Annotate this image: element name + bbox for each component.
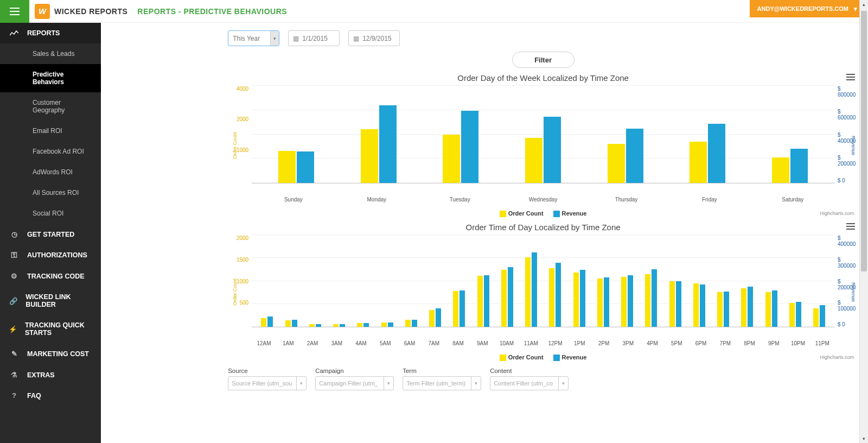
revenue-bar[interactable] [379, 105, 397, 183]
sidebar-item-all-sources-roi[interactable]: All Sources ROI [0, 182, 101, 203]
revenue-bar[interactable] [412, 320, 417, 327]
order-count-bar[interactable] [361, 129, 378, 183]
order-count-bar[interactable] [381, 322, 387, 327]
sidebar-item-email-roi[interactable]: Email ROI [0, 121, 101, 141]
order-count-bar[interactable] [357, 323, 362, 327]
revenue-bar[interactable] [708, 124, 725, 183]
order-count-bar[interactable] [278, 151, 296, 183]
revenue-bar[interactable] [297, 151, 314, 183]
start-date-input[interactable]: ▦ 1/1/2015 [288, 30, 340, 46]
highcharts-credit[interactable]: Highcharts.com [820, 355, 854, 360]
revenue-bar[interactable] [340, 324, 345, 327]
order-count-bar[interactable] [443, 135, 460, 183]
order-count-bar[interactable] [573, 273, 579, 327]
order-count-bar[interactable] [608, 144, 625, 183]
order-count-bar[interactable] [765, 292, 771, 327]
revenue-bar[interactable] [461, 111, 478, 183]
sidebar-item-predictive-behaviors[interactable]: Predictive Behaviors [0, 64, 101, 92]
order-count-bar[interactable] [501, 270, 507, 327]
revenue-bar[interactable] [700, 284, 705, 327]
sidebar-item-sales-leads[interactable]: Sales & Leads [0, 43, 101, 64]
order-count-bar[interactable] [525, 257, 531, 327]
sidebar-item-tracking-code[interactable]: ⚙TRACKING CODE [0, 265, 101, 287]
revenue-bar[interactable] [459, 290, 465, 327]
order-count-bar[interactable] [333, 324, 339, 327]
legend-item-revenue[interactable]: Revenue [553, 354, 587, 361]
order-count-bar[interactable] [309, 324, 315, 327]
order-count-bar[interactable] [772, 157, 789, 183]
order-count-bar[interactable] [549, 268, 554, 327]
order-count-bar[interactable] [717, 292, 723, 327]
scroll-up-icon[interactable]: ▴ [860, 0, 868, 9]
revenue-bar[interactable] [604, 277, 609, 327]
user-menu[interactable]: ANDY@WICKEDREPORTS.COM ▾ [750, 0, 865, 17]
revenue-bar[interactable] [388, 322, 393, 327]
revenue-bar[interactable] [820, 305, 825, 327]
revenue-bar[interactable] [484, 275, 489, 327]
sidebar-item-get-started[interactable]: ◷GET STARTED [0, 224, 101, 245]
sidebar-item-reports[interactable]: REPORTS [0, 23, 101, 43]
sidebar-item-faq[interactable]: ?FAQ [0, 385, 101, 406]
content-filter-input[interactable]: Content Filter (utm_co▾ [490, 376, 569, 390]
order-count-bar[interactable] [645, 274, 650, 327]
order-count-bar[interactable] [405, 320, 411, 327]
revenue-bar[interactable] [652, 269, 657, 327]
revenue-bar[interactable] [580, 270, 585, 327]
revenue-bar[interactable] [267, 317, 273, 327]
legend-item-order-count[interactable]: Order Count [500, 210, 544, 217]
revenue-bar[interactable] [292, 320, 297, 327]
revenue-bar[interactable] [556, 263, 561, 327]
order-count-bar[interactable] [525, 138, 542, 183]
sidebar-item-extras[interactable]: ⚗EXTRAS [0, 364, 101, 385]
sidebar-item-marketing-cost[interactable]: ✎MARKETING COST [0, 343, 101, 364]
hamburger-menu[interactable] [0, 0, 29, 23]
source-filter-input[interactable]: Source Filter (utm_sou▾ [228, 376, 307, 390]
revenue-bar[interactable] [748, 287, 753, 327]
order-count-bar[interactable] [813, 308, 819, 327]
revenue-bar[interactable] [532, 252, 537, 327]
chart-menu-icon[interactable] [846, 73, 855, 83]
revenue-bar[interactable] [628, 275, 633, 327]
revenue-bar[interactable] [772, 290, 777, 327]
order-count-bar[interactable] [429, 310, 435, 327]
revenue-bar[interactable] [796, 302, 801, 327]
order-count-bar[interactable] [669, 281, 675, 327]
order-count-bar[interactable] [285, 320, 291, 327]
scroll-down-icon[interactable]: ▾ [860, 434, 868, 443]
revenue-bar[interactable] [626, 129, 643, 183]
sidebar-item-authorizations[interactable]: ⚿AUTHORIZATIONS [0, 245, 101, 265]
sidebar-item-social-roi[interactable]: Social ROI [0, 203, 101, 224]
order-count-bar[interactable] [477, 276, 483, 327]
sidebar-item-customer-geography[interactable]: Customer Geography [0, 92, 101, 121]
order-count-bar[interactable] [597, 279, 603, 327]
sidebar-item-tracking-quick-starts[interactable]: ⚡TRACKING QUICK STARTS [0, 315, 101, 343]
order-count-bar[interactable] [261, 318, 266, 327]
end-date-input[interactable]: ▦ 12/9/2015 [348, 30, 400, 46]
chart-menu-icon[interactable] [846, 223, 855, 232]
revenue-bar[interactable] [724, 292, 729, 327]
order-count-bar[interactable] [453, 291, 458, 327]
campaign-filter-input[interactable]: Campaign Filter (utm_▾ [315, 376, 394, 390]
vertical-scrollbar[interactable]: ▴ ▾ [859, 0, 868, 443]
revenue-bar[interactable] [790, 149, 808, 183]
filter-button[interactable]: Filter [512, 52, 575, 68]
revenue-bar[interactable] [508, 267, 513, 327]
legend-item-revenue[interactable]: Revenue [553, 210, 587, 217]
order-count-bar[interactable] [621, 277, 627, 327]
scroll-thumb[interactable] [861, 11, 867, 271]
order-count-bar[interactable] [690, 142, 707, 183]
highcharts-credit[interactable]: Highcharts.com [820, 211, 854, 216]
term-filter-input[interactable]: Term Filter (utm_term)▾ [403, 376, 481, 390]
legend-item-order-count[interactable]: Order Count [500, 354, 544, 361]
revenue-bar[interactable] [363, 323, 369, 327]
revenue-bar[interactable] [436, 308, 441, 327]
date-range-select[interactable]: This Year ▾ [228, 30, 279, 46]
sidebar-item-wicked-link-builder[interactable]: 🔗WICKED LINK BUILDER [0, 287, 101, 315]
order-count-bar[interactable] [693, 283, 699, 327]
revenue-bar[interactable] [544, 117, 561, 183]
order-count-bar[interactable] [789, 303, 795, 327]
sidebar-item-facebook-ad-roi[interactable]: Facebook Ad ROI [0, 141, 101, 162]
order-count-bar[interactable] [741, 288, 746, 327]
sidebar-item-adwords-roi[interactable]: AdWords ROI [0, 162, 101, 182]
revenue-bar[interactable] [316, 324, 321, 327]
